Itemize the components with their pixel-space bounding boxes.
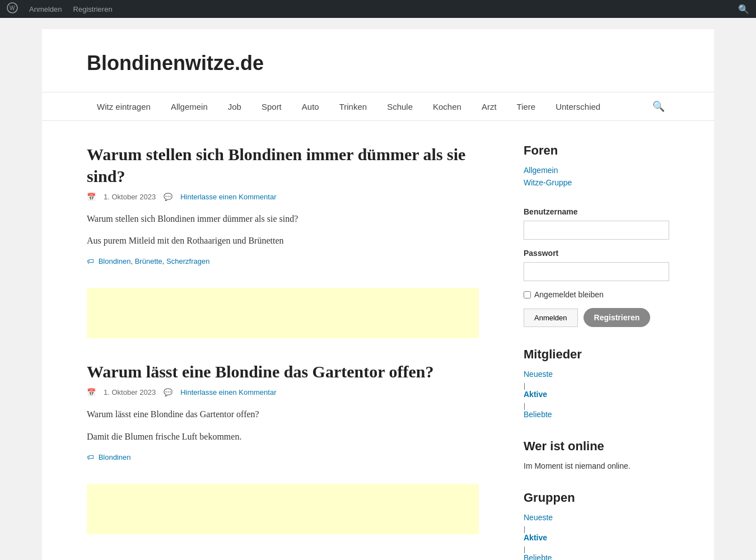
article-1-title[interactable]: Warum stellen sich Blondinen immer dümme… bbox=[87, 143, 490, 187]
nav-arzt[interactable]: Arzt bbox=[472, 94, 507, 119]
sidebar-mitglieder-title: Mitglieder bbox=[524, 347, 669, 362]
article-1-body-line1: Warum stellen sich Blondinen immer dümme… bbox=[87, 211, 490, 226]
nav-tiere[interactable]: Tiere bbox=[507, 94, 546, 119]
article-1-body: Warum stellen sich Blondinen immer dümme… bbox=[87, 211, 490, 248]
adminbar-search-icon[interactable]: 🔍 bbox=[738, 4, 749, 15]
adminbar-register[interactable]: Registrieren bbox=[73, 5, 113, 13]
sidebar-online-title: Wer ist online bbox=[524, 439, 669, 454]
nav-sport[interactable]: Sport bbox=[251, 94, 292, 119]
article-1-tag-scherzfragen[interactable]: Scherzfragen bbox=[166, 257, 209, 265]
groups-beliebte[interactable]: Beliebte bbox=[524, 553, 669, 560]
anmelden-button[interactable]: Anmelden bbox=[524, 309, 578, 327]
article-2-body-line2: Damit die Blumen frische Luft bekommen. bbox=[87, 429, 490, 444]
article-2-date: 1. Oktober 2023 bbox=[104, 388, 156, 396]
groups-links: Neueste | Aktive | Beliebte | Alphabetis… bbox=[524, 513, 669, 560]
site-nav: Witz eintragen Allgemein Job Sport Auto … bbox=[42, 92, 714, 121]
nav-job[interactable]: Job bbox=[218, 94, 251, 119]
article-2-title[interactable]: Warum lässt eine Blondine das Gartentor … bbox=[87, 361, 490, 382]
article-1: Warum stellen sich Blondinen immer dümme… bbox=[87, 143, 490, 265]
tag-icon: 🏷 bbox=[87, 257, 94, 265]
members-sep2: | bbox=[524, 402, 525, 410]
members-sep1: | bbox=[524, 382, 525, 390]
article-1-comment-link[interactable]: Hinterlasse einen Kommentar bbox=[180, 193, 276, 201]
article-2: Warum lässt eine Blondine das Gartentor … bbox=[87, 361, 490, 461]
nav-kochen[interactable]: Kochen bbox=[423, 94, 472, 119]
benutzername-label: Benutzername bbox=[524, 207, 669, 216]
article-2-title-link[interactable]: Warum lässt eine Blondine das Gartentor … bbox=[87, 362, 433, 381]
nav-allgemein[interactable]: Allgemein bbox=[161, 94, 218, 119]
ad-block-2 bbox=[87, 484, 479, 534]
sidebar-online: Wer ist online Im Moment ist niemand onl… bbox=[524, 439, 669, 470]
svg-text:W: W bbox=[10, 5, 15, 11]
article-1-body-line2: Aus purem Mitleid mit den Rothaarigen un… bbox=[87, 233, 490, 248]
remember-me-checkbox[interactable] bbox=[524, 291, 531, 298]
ad-block-1 bbox=[87, 288, 479, 338]
tag-icon-2: 🏷 bbox=[87, 453, 94, 461]
adminbar-login[interactable]: Anmelden bbox=[29, 5, 62, 13]
nav-witz-eintragen[interactable]: Witz eintragen bbox=[87, 94, 161, 119]
groups-sep1: | bbox=[524, 525, 525, 533]
remember-me: Angemeldet bleiben bbox=[524, 290, 669, 299]
sidebar-foren: Foren Allgemein Witze-Gruppe bbox=[524, 143, 669, 187]
page-wrapper: Blondinenwitze.de Witz eintragen Allgeme… bbox=[42, 29, 714, 560]
site-header: Blondinenwitze.de bbox=[42, 29, 714, 92]
article-1-comment-icon: 💬 bbox=[164, 193, 172, 201]
sidebar-foren-witze-gruppe[interactable]: Witze-Gruppe bbox=[524, 178, 669, 187]
site-title[interactable]: Blondinenwitze.de bbox=[87, 52, 669, 75]
benutzername-input[interactable] bbox=[524, 221, 669, 240]
article-2-tags: 🏷 Blondinen bbox=[87, 453, 490, 461]
passwort-input[interactable] bbox=[524, 262, 669, 281]
content-wrapper: Warum stellen sich Blondinen immer dümme… bbox=[42, 121, 714, 560]
members-neueste[interactable]: Neueste bbox=[524, 370, 669, 379]
sidebar-gruppen: Gruppen Neueste | Aktive | Beliebte | Al… bbox=[524, 491, 669, 560]
members-links: Neueste | Aktive | Beliebte bbox=[524, 370, 669, 419]
article-1-date-icon: 📅 bbox=[87, 193, 96, 201]
main-content: Warum stellen sich Blondinen immer dümme… bbox=[87, 143, 490, 560]
nav-unterschied[interactable]: Unterschied bbox=[545, 94, 610, 119]
groups-sep2: | bbox=[524, 545, 525, 553]
article-2-tag-blondinen[interactable]: Blondinen bbox=[99, 453, 131, 461]
article-2-meta: 📅 1. Oktober 2023 💬 Hinterlasse einen Ko… bbox=[87, 388, 490, 396]
registrieren-button[interactable]: Registrieren bbox=[584, 308, 651, 327]
article-1-title-link[interactable]: Warum stellen sich Blondinen immer dümme… bbox=[87, 145, 465, 185]
sidebar: Foren Allgemein Witze-Gruppe Benutzernam… bbox=[524, 143, 669, 560]
article-2-body: Warum lässt eine Blondine das Gartentor … bbox=[87, 407, 490, 444]
remember-me-label: Angemeldet bleiben bbox=[534, 290, 604, 299]
article-1-tag-brunette[interactable]: Brünette bbox=[135, 257, 162, 265]
members-beliebte[interactable]: Beliebte bbox=[524, 410, 669, 419]
sidebar-mitglieder: Mitglieder Neueste | Aktive | Beliebte bbox=[524, 347, 669, 419]
article-2-date-icon: 📅 bbox=[87, 388, 96, 396]
nav-trinken[interactable]: Trinken bbox=[329, 94, 377, 119]
article-2-comment-link[interactable]: Hinterlasse einen Kommentar bbox=[180, 388, 276, 396]
article-1-tag-blondinen[interactable]: Blondinen bbox=[99, 257, 131, 265]
sidebar-login-form: Benutzername Passwort Angemeldet bleiben… bbox=[524, 207, 669, 327]
article-1-meta: 📅 1. Oktober 2023 💬 Hinterlasse einen Ko… bbox=[87, 193, 490, 201]
nav-schule[interactable]: Schule bbox=[377, 94, 423, 119]
sidebar-foren-allgemein[interactable]: Allgemein bbox=[524, 166, 669, 175]
wp-logo-icon: W bbox=[7, 2, 18, 16]
article-1-date: 1. Oktober 2023 bbox=[104, 193, 156, 201]
nav-auto[interactable]: Auto bbox=[292, 94, 329, 119]
sidebar-foren-title: Foren bbox=[524, 143, 669, 158]
sidebar-online-text: Im Moment ist niemand online. bbox=[524, 461, 669, 470]
groups-aktive[interactable]: Aktive bbox=[524, 533, 669, 542]
article-2-body-line1: Warum lässt eine Blondine das Gartentor … bbox=[87, 407, 490, 422]
members-aktive[interactable]: Aktive bbox=[524, 390, 669, 399]
nav-search-icon[interactable]: 🔍 bbox=[648, 92, 669, 120]
article-2-comment-icon: 💬 bbox=[164, 388, 172, 396]
admin-bar: W Anmelden Registrieren 🔍 bbox=[0, 0, 756, 18]
article-1-tags: 🏷 Blondinen, Brünette, Scherzfragen bbox=[87, 257, 490, 265]
sidebar-gruppen-title: Gruppen bbox=[524, 491, 669, 505]
groups-neueste[interactable]: Neueste bbox=[524, 513, 669, 522]
passwort-label: Passwort bbox=[524, 249, 669, 258]
form-buttons: Anmelden Registrieren bbox=[524, 308, 669, 327]
